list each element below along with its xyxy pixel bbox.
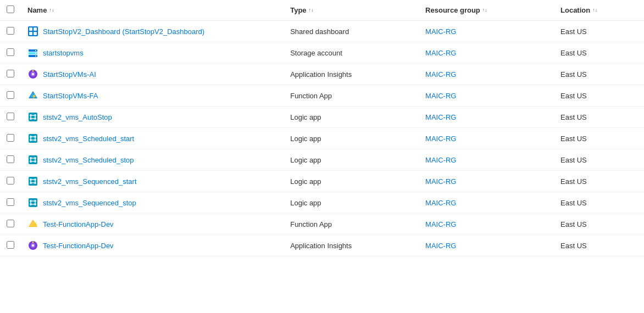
svg-point-19 — [30, 114, 32, 116]
resource-group-link[interactable]: MAIC-RG — [425, 92, 456, 100]
select-all-checkbox[interactable] — [7, 5, 14, 13]
column-header-resource-group[interactable]: Resource group ↑↓ — [419, 0, 554, 21]
row-location-cell: East US — [554, 42, 644, 64]
resource-name-link[interactable]: ststv2_vms_AutoStop — [43, 113, 112, 121]
row-checkbox-cell — [0, 64, 21, 85]
row-checkbox-cell — [0, 171, 21, 192]
resource-type: Shared dashboard — [290, 27, 349, 36]
row-location-cell: East US — [554, 192, 644, 214]
row-rg-cell: MAIC-RG — [419, 21, 554, 42]
row-checkbox[interactable] — [7, 70, 14, 77]
row-type-cell: Application Insights — [284, 64, 419, 85]
svg-point-58 — [34, 203, 36, 205]
row-checkbox[interactable] — [7, 91, 14, 99]
table-row: StartStopV2_Dashboard (StartStopV2_Dashb… — [0, 21, 644, 42]
resource-icon — [27, 133, 38, 144]
table-body: StartStopV2_Dashboard (StartStopV2_Dashb… — [0, 21, 644, 256]
resource-group-link[interactable]: MAIC-RG — [425, 135, 456, 143]
resource-name-link[interactable]: StartStopV2_Dashboard (StartStopV2_Dashb… — [43, 27, 204, 36]
resource-type: Storage account — [290, 49, 342, 57]
row-checkbox-cell — [0, 85, 21, 107]
resource-name-link[interactable]: Test-FunctionApp-Dev — [43, 220, 114, 228]
row-checkbox[interactable] — [7, 198, 14, 206]
resource-name-link[interactable]: StartStopVMs-FA — [43, 92, 98, 100]
column-header-location[interactable]: Location ↑↓ — [554, 0, 644, 21]
resource-group-link[interactable]: MAIC-RG — [425, 199, 456, 207]
svg-point-30 — [30, 139, 32, 141]
row-type-cell: Logic app — [284, 192, 419, 214]
row-checkbox[interactable] — [7, 220, 14, 227]
row-checkbox[interactable] — [7, 155, 14, 163]
resource-location: East US — [560, 27, 587, 36]
row-name-cell: ststv2_vms_AutoStop — [21, 107, 284, 128]
row-rg-cell: MAIC-RG — [419, 235, 554, 256]
svg-point-55 — [30, 200, 32, 202]
resource-name-link[interactable]: ststv2_vms_Scheduled_stop — [43, 156, 134, 164]
location-sort-icon[interactable]: ↑↓ — [592, 8, 597, 13]
row-checkbox[interactable] — [7, 177, 14, 185]
resource-name-link[interactable]: ststv2_vms_Sequenced_start — [43, 177, 137, 186]
table-row: ⚡ StartStopVMs-FA Function App MAIC-RG E… — [0, 85, 644, 107]
svg-rect-45 — [29, 177, 37, 186]
svg-point-69 — [32, 242, 34, 243]
svg-point-47 — [34, 178, 36, 181]
row-checkbox-cell — [0, 42, 21, 64]
resource-group-link[interactable]: MAIC-RG — [425, 177, 456, 186]
row-location-cell: East US — [554, 214, 644, 235]
svg-point-46 — [30, 178, 32, 181]
svg-rect-18 — [29, 113, 37, 121]
select-all-header — [0, 0, 21, 21]
row-location-cell: East US — [554, 64, 644, 85]
row-checkbox[interactable] — [7, 241, 14, 249]
resource-group-link[interactable]: MAIC-RG — [425, 113, 456, 121]
resource-name-link[interactable]: ststv2_vms_Scheduled_start — [43, 135, 134, 143]
row-checkbox-cell — [0, 214, 21, 235]
resource-icon: ⚡ — [27, 90, 38, 101]
name-sort-icon[interactable]: ↑↓ — [49, 8, 54, 13]
svg-point-13 — [32, 73, 34, 75]
row-type-cell: Logic app — [284, 107, 419, 128]
resource-group-link[interactable]: MAIC-RG — [425, 156, 456, 164]
row-type-cell: Storage account — [284, 42, 419, 64]
resource-type: Application Insights — [290, 242, 352, 250]
resource-name-link[interactable]: Test-FunctionApp-Dev — [43, 242, 114, 250]
resource-name-link[interactable]: ststv2_vms_Sequenced_stop — [43, 199, 136, 207]
row-checkbox[interactable] — [7, 113, 14, 120]
type-sort-icon[interactable]: ↑↓ — [309, 8, 314, 13]
row-checkbox[interactable] — [7, 134, 14, 142]
row-checkbox-cell — [0, 107, 21, 128]
resource-group-link[interactable]: MAIC-RG — [425, 27, 456, 36]
row-rg-cell: MAIC-RG — [419, 42, 554, 64]
resource-group-link[interactable]: MAIC-RG — [425, 242, 456, 250]
table-row: Test-FunctionApp-Dev Application Insight… — [0, 235, 644, 256]
resource-group-link[interactable]: MAIC-RG — [425, 49, 456, 57]
resource-icon — [27, 69, 38, 80]
column-header-type[interactable]: Type ↑↓ — [284, 0, 419, 21]
row-type-cell: Application Insights — [284, 235, 419, 256]
table-row: ⚡ Test-FunctionApp-Dev Function App MAIC… — [0, 214, 644, 235]
resource-group-link[interactable]: MAIC-RG — [425, 220, 456, 228]
row-rg-cell: MAIC-RG — [419, 192, 554, 214]
svg-point-48 — [30, 182, 32, 184]
row-name-cell: ststv2_vms_Scheduled_stop — [21, 149, 284, 171]
svg-point-37 — [30, 157, 32, 159]
resource-icon — [27, 176, 38, 187]
table-header: Name ↑↓ Type ↑↓ Resource group ↑↓ — [0, 0, 644, 21]
resource-name-link[interactable]: StartStopVMs-AI — [43, 70, 96, 79]
resource-location: East US — [560, 92, 587, 100]
svg-point-38 — [34, 157, 36, 159]
svg-point-21 — [30, 118, 32, 120]
rg-sort-icon[interactable]: ↑↓ — [482, 8, 487, 13]
row-location-cell: East US — [554, 235, 644, 256]
column-header-name[interactable]: Name ↑↓ — [21, 0, 284, 21]
row-checkbox-cell — [0, 149, 21, 171]
resource-name-link[interactable]: startstopvms — [43, 49, 84, 57]
svg-rect-27 — [29, 134, 37, 143]
resource-group-link[interactable]: MAIC-RG — [425, 70, 456, 79]
row-name-cell: ststv2_vms_Sequenced_stop — [21, 192, 284, 214]
svg-rect-2 — [34, 27, 37, 31]
resource-location: East US — [560, 70, 587, 79]
svg-point-9 — [35, 53, 36, 54]
row-checkbox[interactable] — [7, 48, 14, 56]
row-checkbox[interactable] — [7, 27, 14, 35]
